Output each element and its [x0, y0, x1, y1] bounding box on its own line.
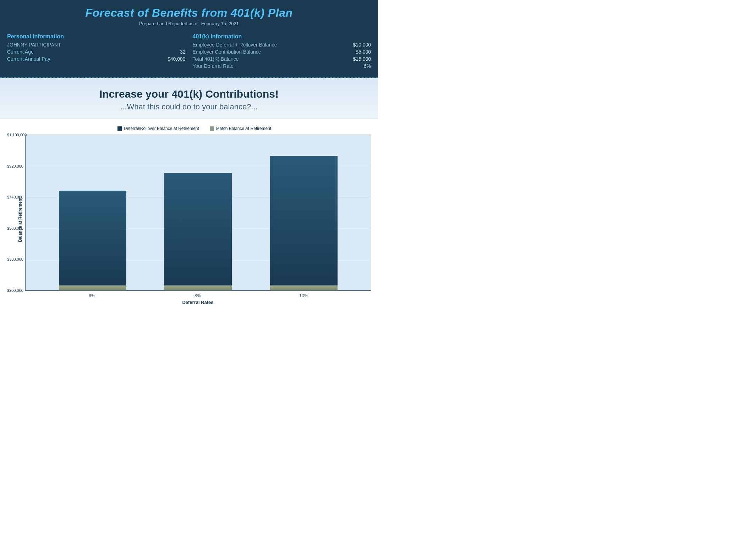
personal-info: Personal Information JOHNNY PARTICIPANT … — [7, 33, 186, 70]
chart-container: Balance at Retirement $1,100,000 $920,00… — [18, 135, 371, 305]
deferral-rate-label: Your Deferral Rate — [193, 63, 234, 69]
employer-label: Employer Contribution Balance — [193, 49, 261, 55]
x-label-8: 8% — [164, 293, 231, 298]
row-deferral: Employee Deferral + Rollover Balance $10… — [193, 42, 371, 48]
bar-match-8 — [164, 285, 232, 290]
x-axis-title: Deferral Rates — [25, 300, 371, 305]
chart-plot: $1,100,000 $920,000 $740,000 $560,000 $3… — [25, 135, 371, 291]
personal-info-label: Personal Information — [7, 33, 186, 40]
main-title: Forecast of Benefits from 401(k) Plan — [7, 6, 371, 20]
pay-row: Current Annual Pay $40,000 — [7, 56, 186, 62]
bar-stack-8 — [164, 173, 232, 290]
legend-deferral-label: Deferral/Rollover Balance at Retirement — [124, 126, 199, 131]
age-label: Current Age — [7, 49, 34, 55]
info-section: Personal Information JOHNNY PARTICIPANT … — [0, 30, 378, 78]
legend-deferral-color — [117, 126, 122, 131]
pay-value: $40,000 — [168, 56, 186, 62]
x-label-6: 6% — [58, 293, 126, 298]
bar-match-6 — [59, 285, 126, 290]
bar-stack-6 — [59, 191, 126, 290]
bar-deferral-10 — [270, 156, 338, 285]
total-label: Total 401(K) Balance — [193, 56, 239, 62]
legend-deferral: Deferral/Rollover Balance at Retirement — [117, 126, 199, 131]
bar-group-6 — [57, 191, 128, 290]
employer-value: $5,000 — [356, 49, 371, 55]
y-axis-label: Balance at Retirement — [18, 135, 23, 305]
legend-match: Match Balance At Retirement — [210, 126, 271, 131]
row-employer: Employer Contribution Balance $5,000 — [193, 49, 371, 55]
bar-group-10 — [268, 156, 339, 290]
y-tick-380: $380,000 — [7, 257, 23, 261]
legend-match-label: Match Balance At Retirement — [216, 126, 271, 131]
promo-title: Increase your 401(k) Contributions! — [7, 88, 371, 100]
chart-legend: Deferral/Rollover Balance at Retirement … — [18, 126, 371, 131]
chart-inner: $1,100,000 $920,000 $740,000 $560,000 $3… — [25, 135, 371, 305]
info-401k: 401(k) Information Employee Deferral + R… — [186, 33, 371, 70]
bar-deferral-8 — [164, 173, 232, 285]
deferral-label: Employee Deferral + Rollover Balance — [193, 42, 277, 48]
y-tick-740: $740,000 — [7, 195, 23, 199]
bar-match-10 — [270, 285, 338, 290]
y-tick-560: $560,000 — [7, 226, 23, 230]
x-label-10: 10% — [270, 293, 338, 298]
pay-label: Current Annual Pay — [7, 56, 50, 62]
total-value: $15,000 — [353, 56, 371, 62]
participant-name: JOHNNY PARTICIPANT — [7, 42, 186, 48]
chart-section: Deferral/Rollover Balance at Retirement … — [0, 119, 378, 312]
y-tick-1100: $1,100,000 — [7, 133, 27, 137]
age-row: Current Age 32 — [7, 49, 186, 55]
bar-group-8 — [163, 173, 234, 290]
promo-section: Increase your 401(k) Contributions! ...W… — [0, 78, 378, 119]
deferral-rate-value: 6% — [364, 63, 371, 69]
grid-line-200: $200,000 — [26, 290, 371, 290]
row-deferral-rate: Your Deferral Rate 6% — [193, 63, 371, 69]
legend-match-color — [210, 126, 214, 131]
deferral-value: $10,000 — [353, 42, 371, 48]
bars-area — [26, 135, 371, 290]
bar-stack-10 — [270, 156, 338, 290]
age-value: 32 — [180, 49, 186, 55]
plan-401k-label: 401(k) Information — [193, 33, 371, 40]
header-section: Forecast of Benefits from 401(k) Plan Pr… — [0, 0, 378, 30]
promo-subtitle: ...What this could do to your balance?..… — [7, 102, 371, 111]
x-axis: 6% 8% 10% — [25, 291, 371, 298]
y-tick-200: $200,000 — [7, 288, 23, 293]
bar-deferral-6 — [59, 191, 126, 285]
row-total: Total 401(K) Balance $15,000 — [193, 56, 371, 62]
y-tick-920: $920,000 — [7, 164, 23, 168]
subtitle: Prepared and Reported as of: February 15… — [7, 21, 371, 26]
